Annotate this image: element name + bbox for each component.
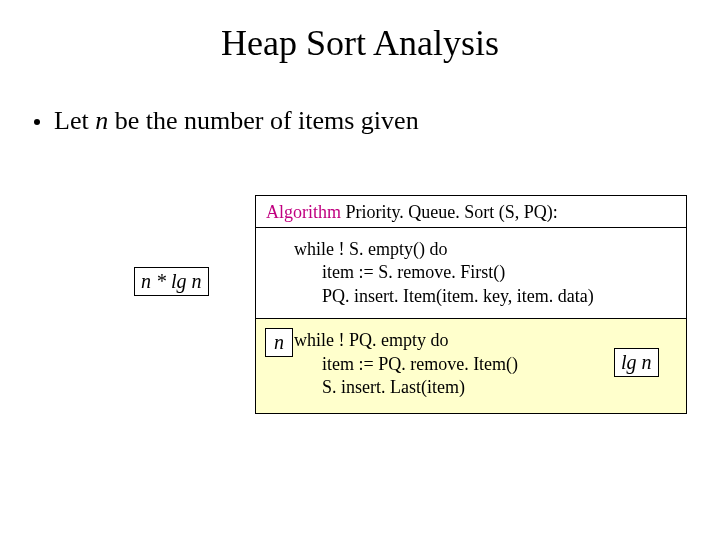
algorithm-header: Algorithm Priority. Queue. Sort (S, PQ): — [256, 196, 686, 228]
algorithm-signature: Priority. Queue. Sort (S, PQ): — [341, 202, 558, 222]
algo-b2-line3: S. insert. Last(item) — [294, 376, 676, 399]
algo-b1-line1: while ! S. empty() do — [294, 239, 447, 259]
algorithm-keyword: Algorithm — [266, 202, 341, 222]
annotation-n: n — [265, 328, 293, 357]
annotation-lg-n-text: lg n — [621, 351, 652, 373]
annotation-n-lg-n-text: n * lg n — [141, 270, 202, 292]
algo-b1-line3: PQ. insert. Item(item. key, item. data) — [294, 285, 676, 308]
annotation-n-lg-n: n * lg n — [134, 267, 209, 296]
bullet-pre: Let — [54, 106, 95, 135]
algo-b1-line2: item := S. remove. First() — [294, 261, 676, 284]
algo-b2-line1: while ! PQ. empty do — [294, 330, 449, 350]
bullet-icon — [34, 119, 40, 125]
bullet-n: n — [95, 106, 108, 135]
bullet-text: Let n be the number of items given — [54, 106, 419, 136]
bullet-post: be the number of items given — [108, 106, 418, 135]
algorithm-block-1: while ! S. empty() do item := S. remove.… — [256, 228, 686, 319]
annotation-lg-n: lg n — [614, 348, 659, 377]
annotation-n-text: n — [274, 331, 284, 353]
slide-title: Heap Sort Analysis — [0, 22, 720, 64]
bullet-line: Let n be the number of items given — [34, 106, 720, 136]
algorithm-box: Algorithm Priority. Queue. Sort (S, PQ):… — [255, 195, 687, 414]
